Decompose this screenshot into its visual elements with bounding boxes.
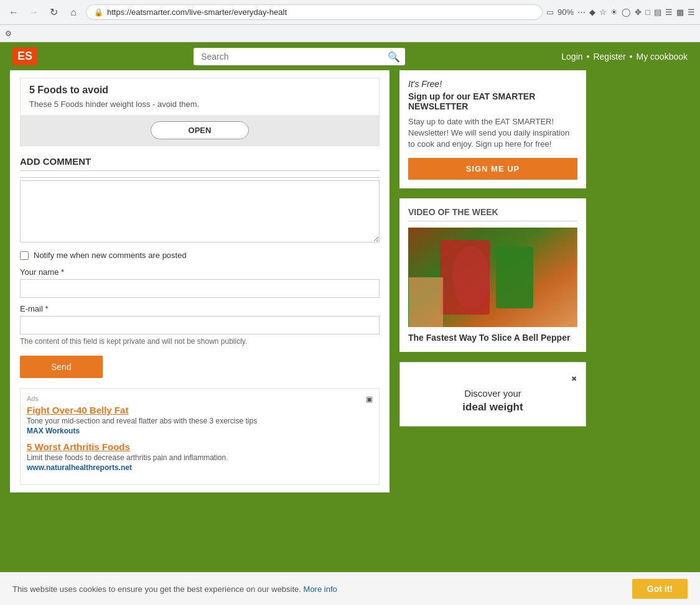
more-tools-icon[interactable]: ⋯: [577, 7, 586, 17]
promo-box: 5 Foods to avoid These 5 Foods hinder we…: [20, 78, 380, 146]
name-field: Your name *: [20, 267, 380, 298]
right-sidebar: It's Free! Sign up for our EAT SMARTER N…: [399, 70, 586, 492]
ad-link-1[interactable]: MAX Workouts: [27, 427, 80, 435]
name-input[interactable]: [20, 279, 380, 298]
comment-textarea[interactable]: [20, 180, 380, 242]
more-info-link[interactable]: More info: [304, 584, 337, 594]
home-button[interactable]: ⌂: [65, 4, 82, 21]
video-title: The Fastest Way To Slice A Bell Pepper: [408, 332, 577, 343]
register-link[interactable]: Register: [593, 52, 625, 62]
promo-title: 5 Foods to avoid: [29, 85, 370, 96]
back-button[interactable]: ←: [5, 4, 22, 21]
email-field: E-mail * The content of this field is ke…: [20, 304, 380, 346]
ideal-weight-close-icon[interactable]: ✖: [571, 375, 577, 383]
newsletter-free: It's Free!: [408, 79, 577, 89]
notify-checkbox[interactable]: [20, 251, 29, 260]
ad-desc-1: Tone your mid-section and reveal flatter…: [27, 417, 373, 425]
name-required: *: [61, 267, 64, 277]
gear-icon[interactable]: ⚙: [5, 29, 12, 38]
nav-dot-2: •: [630, 52, 633, 62]
ad-title-2[interactable]: 5 Worst Arthritis Foods: [27, 441, 373, 452]
video-thumbnail[interactable]: [408, 228, 577, 327]
ideal-weight-box: ✖ Discover your ideal weight: [399, 362, 586, 427]
forward-button[interactable]: →: [25, 4, 42, 21]
reader-icon[interactable]: ▭: [546, 7, 554, 17]
cookbook-link[interactable]: My cookbook: [637, 52, 688, 62]
newsletter-title: Sign up for our EAT SMARTER NEWSLETTER: [408, 91, 577, 111]
ad-item-2: 5 Worst Arthritis Foods Limit these food…: [27, 441, 373, 472]
left-content: 5 Foods to avoid These 5 Foods hinder we…: [10, 70, 390, 492]
ads-header: Ads ▣: [27, 395, 373, 405]
menu-icon[interactable]: ☰: [688, 7, 695, 17]
save-icon[interactable]: ▤: [654, 7, 661, 17]
login-link[interactable]: Login: [561, 52, 582, 62]
ad-title-1[interactable]: Fight Over-40 Belly Fat: [27, 405, 373, 415]
address-bar[interactable]: 🔒 https://eatsmarter.com/live-smarter/ev…: [86, 4, 543, 20]
ideal-weight-line1: Discover your: [409, 388, 577, 399]
extension-icon[interactable]: ✥: [635, 7, 642, 17]
nav-dot-1: •: [587, 52, 590, 62]
copy-icon[interactable]: □: [645, 7, 650, 17]
newsletter-desc: Stay up to date with the EAT SMARTER! Ne…: [408, 116, 577, 150]
section-title: ADD COMMENT: [20, 156, 380, 171]
cookie-bar: This website uses cookies to ensure you …: [0, 572, 700, 602]
search-icon[interactable]: 🔍: [388, 50, 400, 62]
profile-icon[interactable]: ☀: [610, 7, 618, 17]
ads-section: Ads ▣ Fight Over-40 Belly Fat Tone your …: [20, 388, 380, 485]
ad-link-2[interactable]: www.naturalhealthreports.net: [27, 463, 132, 472]
site-header: ES 🔍 Login • Register • My cookbook: [0, 42, 700, 70]
vpn-icon[interactable]: ◆: [589, 7, 595, 17]
header-nav: Login • Register • My cookbook: [561, 52, 688, 62]
site-logo[interactable]: ES: [12, 47, 37, 65]
ads-label: Ads: [27, 395, 39, 402]
open-button[interactable]: OPEN: [151, 121, 250, 139]
ad-desc-2: Limit these foods to decrease arthritis …: [27, 453, 373, 462]
separator-line: [20, 177, 380, 178]
menu-bar: ⚙: [0, 25, 700, 42]
search-input[interactable]: [194, 48, 405, 65]
email-label: E-mail *: [20, 304, 380, 313]
notify-row: Notify me when new comments are posted: [20, 251, 380, 260]
library-icon[interactable]: ☰: [665, 7, 673, 17]
zoom-level: 90%: [558, 7, 574, 17]
video-thumb-svg: [408, 228, 577, 327]
add-comment-section: ADD COMMENT Notify me when new comments …: [20, 156, 380, 378]
browser-chrome: ← → ↻ ⌂ 🔒 https://eatsmarter.com/live-sm…: [0, 0, 700, 25]
cookie-text: This website uses cookies to ensure you …: [12, 584, 620, 594]
clock-icon[interactable]: ◯: [622, 7, 631, 17]
email-input[interactable]: [20, 316, 380, 335]
promo-footer: OPEN: [21, 115, 379, 145]
ad-item-1: Fight Over-40 Belly Fat Tone your mid-se…: [27, 405, 373, 435]
svg-rect-5: [409, 228, 577, 327]
ideal-weight-line2: ideal weight: [409, 401, 577, 413]
name-label: Your name *: [20, 267, 380, 277]
lock-icon: 🔒: [94, 8, 103, 17]
notify-label: Notify me when new comments are posted: [34, 251, 187, 260]
browser-tools: ▭ 90% ⋯ ◆ ☆ ☀ ◯ ✥ □ ▤ ☰ ▩ ☰: [546, 7, 695, 17]
got-it-button[interactable]: Got it!: [632, 579, 688, 599]
page-wrapper: ES 🔍 Login • Register • My cookbook 5 Fo…: [0, 42, 700, 602]
bookmark-icon[interactable]: ☆: [599, 7, 607, 17]
ads-close-icon[interactable]: ▣: [366, 395, 373, 404]
video-section-title: VIDEO OF THE WEEK: [408, 207, 577, 221]
email-hint: The content of this field is kept privat…: [20, 337, 380, 346]
reload-button[interactable]: ↻: [45, 4, 62, 21]
send-button[interactable]: Send: [20, 356, 103, 378]
email-required: *: [45, 304, 48, 313]
search-bar: 🔍: [194, 48, 405, 65]
sign-up-button[interactable]: SIGN ME UP: [408, 158, 577, 180]
promo-content: 5 Foods to avoid These 5 Foods hinder we…: [21, 78, 379, 115]
promo-desc: These 5 Foods hinder weight loss - avoid…: [29, 99, 370, 109]
video-box: VIDEO OF THE WEEK: [399, 198, 586, 352]
ideal-weight-header: ✖: [409, 375, 577, 383]
url-text: https://eatsmarter.com/live-smarter/ever…: [107, 7, 534, 17]
sidebar-icon[interactable]: ▩: [676, 7, 684, 17]
newsletter-box: It's Free! Sign up for our EAT SMARTER N…: [399, 70, 586, 188]
main-layout: 5 Foods to avoid These 5 Foods hinder we…: [0, 70, 700, 505]
